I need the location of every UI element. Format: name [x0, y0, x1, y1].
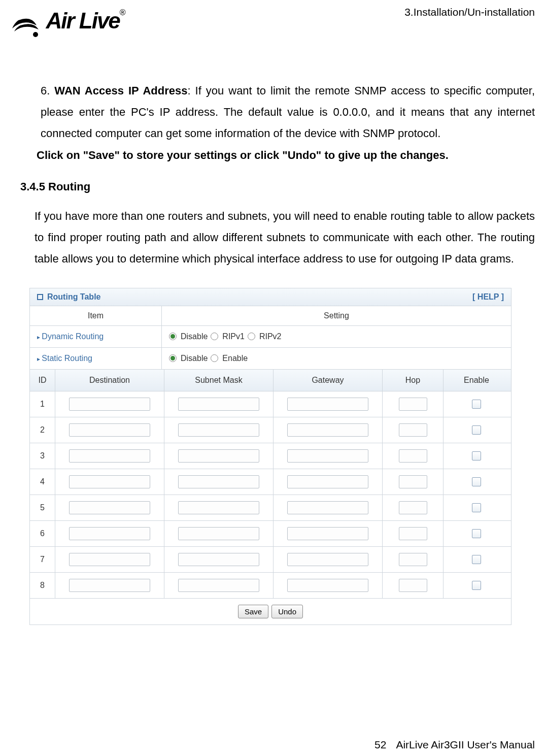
gateway-input[interactable]: [287, 398, 368, 411]
col-hop: Hop: [383, 370, 443, 391]
static-opt-0: Disable: [181, 354, 208, 363]
enable-checkbox[interactable]: [472, 451, 481, 461]
gateway-input[interactable]: [287, 475, 368, 488]
gateway-input[interactable]: [287, 553, 368, 566]
hop-input[interactable]: [399, 579, 427, 592]
gateway-input[interactable]: [287, 527, 368, 540]
dynamic-routing-label: Dynamic Routing: [30, 326, 162, 347]
destination-input[interactable]: [69, 423, 150, 437]
destination-input[interactable]: [69, 579, 150, 592]
dynamic-routing-row: Dynamic Routing Disable RIPv1 RIPv2: [30, 326, 511, 348]
table-row: 3: [30, 443, 511, 469]
destination-input[interactable]: [69, 449, 150, 463]
static-enable-radio[interactable]: [211, 354, 218, 362]
table-row: 5: [30, 495, 511, 521]
save-note: Click on "Save" to store your settings o…: [37, 149, 535, 162]
enable-checkbox[interactable]: [472, 503, 481, 512]
subnet-input[interactable]: [178, 579, 259, 592]
table-row: 8: [30, 573, 511, 599]
subnet-input[interactable]: [178, 553, 259, 566]
subnet-input[interactable]: [178, 501, 259, 514]
table-row: 2: [30, 417, 511, 443]
dynamic-disable-radio[interactable]: [169, 333, 177, 340]
row-id: 3: [30, 443, 55, 469]
row-id: 6: [30, 521, 55, 546]
row-id: 5: [30, 495, 55, 520]
header-item: Item: [30, 306, 162, 325]
col-enable: Enable: [443, 370, 509, 391]
static-opt-1: Enable: [222, 354, 248, 363]
enable-checkbox[interactable]: [472, 555, 481, 564]
header-setting: Setting: [162, 306, 511, 325]
help-link[interactable]: [ HELP ]: [472, 292, 504, 302]
subnet-input[interactable]: [178, 527, 259, 540]
airlive-logo-icon: [11, 11, 44, 42]
gateway-input[interactable]: [287, 579, 368, 592]
undo-button[interactable]: Undo: [271, 605, 303, 618]
hop-input[interactable]: [399, 423, 427, 437]
col-gateway: Gateway: [274, 370, 383, 391]
destination-input[interactable]: [69, 501, 150, 514]
hop-input[interactable]: [399, 501, 427, 514]
hop-input[interactable]: [399, 553, 427, 566]
figure-title-row: Routing Table [ HELP ]: [30, 288, 511, 306]
gateway-input[interactable]: [287, 501, 368, 514]
list-item-6: 6. WAN Access IP Address: If you want to…: [41, 80, 535, 144]
enable-checkbox[interactable]: [472, 529, 481, 538]
row-id: 7: [30, 547, 55, 572]
destination-input[interactable]: [69, 398, 150, 411]
enable-checkbox[interactable]: [472, 581, 481, 590]
item6-title: WAN Access IP Address: [54, 84, 187, 97]
hop-input[interactable]: [399, 527, 427, 540]
subnet-input[interactable]: [178, 398, 259, 411]
row-id: 8: [30, 573, 55, 598]
grid-header: ID Destination Subnet Mask Gateway Hop E…: [30, 370, 511, 391]
section-body: If you have more than one routers and su…: [35, 206, 535, 269]
row-id: 2: [30, 417, 55, 443]
figure-title: Routing Table: [47, 292, 100, 302]
table-row: 6: [30, 521, 511, 547]
hop-input[interactable]: [399, 475, 427, 488]
subnet-input[interactable]: [178, 423, 259, 437]
list-number: 6.: [41, 84, 50, 97]
save-button[interactable]: Save: [238, 605, 268, 618]
dynamic-opt-1: RIPv1: [222, 332, 245, 341]
logo-text: Air Live: [46, 8, 119, 33]
destination-input[interactable]: [69, 527, 150, 540]
static-disable-radio[interactable]: [169, 354, 177, 362]
gateway-input[interactable]: [287, 449, 368, 463]
row-id: 1: [30, 391, 55, 417]
logo: Air Live®: [11, 8, 148, 42]
subnet-input[interactable]: [178, 475, 259, 488]
static-routing-label: Static Routing: [30, 348, 162, 369]
logo-registered: ®: [120, 8, 126, 17]
dynamic-opt-2: RIPv2: [259, 332, 282, 341]
breadcrumb: 3.Installation/Un-installation: [404, 6, 535, 18]
enable-checkbox[interactable]: [472, 400, 481, 409]
hop-input[interactable]: [399, 398, 427, 411]
manual-name: AirLive Air3GII User's Manual: [396, 739, 535, 751]
page-number: 52: [136, 739, 410, 751]
table-row: 4: [30, 469, 511, 495]
hop-input[interactable]: [399, 449, 427, 463]
section-heading: 3.4.5 Routing: [20, 180, 535, 193]
enable-checkbox[interactable]: [472, 425, 481, 435]
header-item-setting: Item Setting: [30, 306, 511, 326]
dynamic-ripv2-radio[interactable]: [248, 333, 255, 340]
destination-input[interactable]: [69, 553, 150, 566]
col-subnet: Subnet Mask: [164, 370, 274, 391]
gateway-input[interactable]: [287, 423, 368, 437]
dynamic-opt-0: Disable: [181, 332, 208, 341]
subnet-input[interactable]: [178, 449, 259, 463]
enable-checkbox[interactable]: [472, 477, 481, 486]
col-id: ID: [30, 370, 55, 391]
row-id: 4: [30, 469, 55, 495]
col-destination: Destination: [55, 370, 164, 391]
table-row: 7: [30, 547, 511, 573]
button-row: Save Undo: [30, 599, 511, 624]
static-routing-row: Static Routing Disable Enable: [30, 348, 511, 370]
dynamic-ripv1-radio[interactable]: [211, 333, 218, 340]
routing-table-figure: Routing Table [ HELP ] Item Setting Dyna…: [29, 288, 511, 625]
destination-input[interactable]: [69, 475, 150, 488]
table-row: 1: [30, 391, 511, 417]
